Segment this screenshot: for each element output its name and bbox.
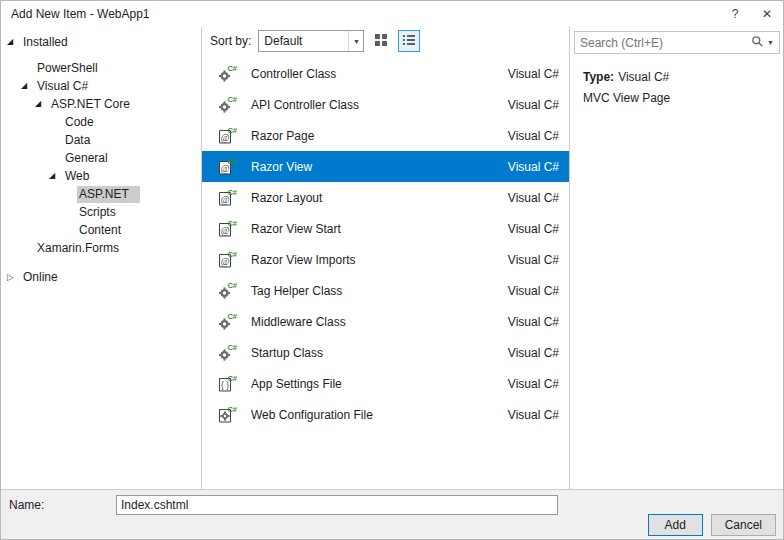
template-item-middleware-class[interactable]: C#Middleware ClassVisual C#: [202, 306, 569, 337]
name-input[interactable]: [116, 495, 558, 515]
svg-text:C#: C#: [227, 281, 237, 290]
template-item-language: Visual C#: [508, 315, 559, 329]
expanded-arrow-icon[interactable]: ◢: [49, 172, 63, 180]
type-label: Type:: [583, 70, 614, 84]
gear-icon: C#: [216, 63, 238, 85]
razor-page-icon: @C#: [216, 125, 238, 147]
chevron-down-icon: ▼: [348, 31, 363, 51]
template-item-web-configuration-file[interactable]: C#Web Configuration FileVisual C#: [202, 399, 569, 430]
template-item-label: Razor View: [251, 160, 508, 174]
tree-item-label: Online: [21, 269, 69, 286]
template-item-language: Visual C#: [508, 160, 559, 174]
tree-item-label: Scripts: [77, 204, 127, 221]
expanded-arrow-icon[interactable]: ◢: [7, 38, 21, 46]
template-list: C#Controller ClassVisual C#C#API Control…: [202, 55, 569, 489]
svg-text:C#: C#: [227, 95, 237, 104]
template-item-controller-class[interactable]: C#Controller ClassVisual C#: [202, 58, 569, 89]
svg-text:C#: C#: [227, 126, 237, 135]
template-item-razor-layout[interactable]: @C#Razor LayoutVisual C#: [202, 182, 569, 213]
template-item-app-settings-file[interactable]: { }C#App Settings FileVisual C#: [202, 368, 569, 399]
center-panel: Sort by: Default ▼ C#Controller ClassVis…: [202, 27, 569, 489]
template-description: MVC View Page: [583, 91, 773, 105]
titlebar-controls: ? ✕: [719, 1, 783, 27]
svg-text:C#: C#: [227, 219, 237, 228]
gear-icon: C#: [216, 311, 238, 333]
titlebar: Add New Item - WebApp1 ? ✕: [1, 1, 783, 27]
template-item-language: Visual C#: [508, 98, 559, 112]
template-item-label: App Settings File: [251, 377, 508, 391]
template-item-razor-page[interactable]: @C#Razor PageVisual C#: [202, 120, 569, 151]
tree-item-asp-net-core[interactable]: ◢ASP.NET Core: [1, 95, 201, 113]
template-item-label: Startup Class: [251, 346, 508, 360]
template-item-language: Visual C#: [508, 191, 559, 205]
tree-item-xamarin-forms[interactable]: Xamarin.Forms: [1, 239, 201, 257]
name-label: Name:: [9, 498, 116, 512]
gear-icon: C#: [216, 94, 238, 116]
svg-text:C#: C#: [227, 312, 237, 321]
template-item-language: Visual C#: [508, 346, 559, 360]
template-item-label: Tag Helper Class: [251, 284, 508, 298]
sort-dropdown-value: Default: [259, 34, 348, 48]
template-item-label: Razor View Start: [251, 222, 508, 236]
template-item-label: Controller Class: [251, 67, 508, 81]
list-view-button[interactable]: [398, 30, 420, 52]
tree-item-data[interactable]: Data: [1, 131, 201, 149]
expanded-arrow-icon[interactable]: ◢: [21, 82, 35, 90]
collapsed-arrow-icon[interactable]: ▷: [7, 273, 21, 282]
template-item-language: Visual C#: [508, 67, 559, 81]
razor-page-icon: @C#: [216, 218, 238, 240]
template-item-razor-view-imports[interactable]: @C#Razor View ImportsVisual C#: [202, 244, 569, 275]
tree-item-label: Data: [63, 132, 101, 149]
template-item-label: Razor View Imports: [251, 253, 508, 267]
add-button[interactable]: Add: [648, 514, 703, 536]
tree-item-code[interactable]: Code: [1, 113, 201, 131]
window-title: Add New Item - WebApp1: [1, 7, 150, 21]
type-value: Visual C#: [618, 70, 669, 84]
category-tree: ◢InstalledPowerShell◢Visual C#◢ASP.NET C…: [1, 27, 202, 489]
search-icon: [751, 35, 764, 51]
footer: Name: Add Cancel: [1, 489, 783, 539]
tree-item-online[interactable]: ▷Online: [1, 268, 201, 286]
svg-text:C#: C#: [227, 250, 237, 259]
search-input[interactable]: [575, 36, 749, 50]
close-button[interactable]: ✕: [751, 1, 783, 27]
template-item-api-controller-class[interactable]: C#API Controller ClassVisual C#: [202, 89, 569, 120]
search-button[interactable]: ▼: [749, 35, 779, 51]
tree-item-label: Visual C#: [35, 78, 99, 95]
expanded-arrow-icon[interactable]: ◢: [35, 100, 49, 108]
razor-page-icon: @C#: [216, 187, 238, 209]
tree-item-content[interactable]: Content: [1, 221, 201, 239]
search-box: ▼: [574, 31, 780, 54]
razor-page-icon: @C#: [216, 156, 238, 178]
svg-text:C#: C#: [227, 343, 237, 352]
sort-dropdown[interactable]: Default ▼: [258, 30, 364, 52]
template-item-tag-helper-class[interactable]: C#Tag Helper ClassVisual C#: [202, 275, 569, 306]
tree-item-label: Content: [77, 222, 132, 239]
template-item-language: Visual C#: [508, 377, 559, 391]
details-panel: ▼ Type:Visual C# MVC View Page: [569, 27, 783, 489]
template-item-startup-class[interactable]: C#Startup ClassVisual C#: [202, 337, 569, 368]
dialog-buttons: Add Cancel: [640, 514, 776, 536]
template-item-label: API Controller Class: [251, 98, 508, 112]
cancel-button[interactable]: Cancel: [711, 514, 776, 536]
gear-icon: C#: [216, 342, 238, 364]
tree-item-web[interactable]: ◢Web: [1, 167, 201, 185]
tree-item-label: Web: [63, 168, 100, 185]
tree-item-visual-c[interactable]: ◢Visual C#: [1, 77, 201, 95]
tree-item-installed[interactable]: ◢Installed: [1, 33, 201, 51]
template-type-row: Type:Visual C#: [583, 70, 773, 84]
config-file-icon: C#: [216, 404, 238, 426]
template-item-razor-view[interactable]: @C#Razor ViewVisual C#: [202, 151, 569, 182]
tree-item-general[interactable]: General: [1, 149, 201, 167]
gear-icon: C#: [216, 280, 238, 302]
add-new-item-dialog: Add New Item - WebApp1 ? ✕ ◢InstalledPow…: [0, 0, 784, 540]
tree-item-asp-net[interactable]: ASP.NET: [1, 185, 201, 203]
template-item-razor-view-start[interactable]: @C#Razor View StartVisual C#: [202, 213, 569, 244]
tree-item-scripts[interactable]: Scripts: [1, 203, 201, 221]
small-icons-view-button[interactable]: [370, 30, 392, 52]
tree-item-label: PowerShell: [35, 60, 109, 77]
tree-item-powershell[interactable]: PowerShell: [1, 59, 201, 77]
sort-by-label: Sort by:: [210, 34, 251, 48]
name-row: Name:: [9, 495, 558, 515]
help-button[interactable]: ?: [719, 1, 751, 27]
